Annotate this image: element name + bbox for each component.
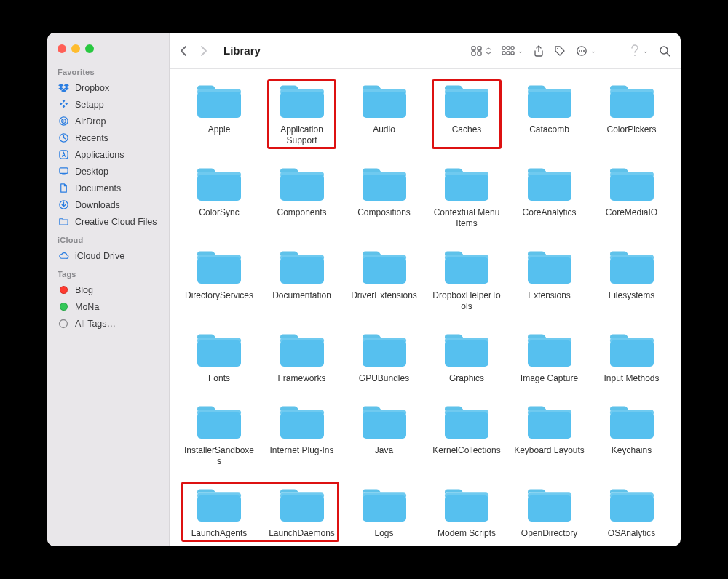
folder-item[interactable]: Documentation <box>266 245 338 312</box>
svg-rect-52 <box>280 257 324 284</box>
svg-rect-74 <box>197 412 241 439</box>
svg-rect-17 <box>511 52 514 55</box>
svg-rect-12 <box>502 47 505 49</box>
close-window-button[interactable] <box>58 44 66 53</box>
folder-icon <box>277 248 327 286</box>
minimize-window-button[interactable] <box>71 44 80 53</box>
view-icons-button[interactable] <box>471 46 491 56</box>
sidebar-item-recents[interactable]: Recents <box>47 129 169 146</box>
folder-item[interactable]: OpenDirectory <box>513 483 585 539</box>
sidebar-item-dropbox[interactable]: Dropbox <box>47 79 169 96</box>
down-icon <box>58 199 69 211</box>
folder-item[interactable]: Java <box>348 400 420 467</box>
svg-rect-16 <box>507 52 510 55</box>
svg-rect-56 <box>445 257 488 284</box>
folder-item[interactable]: Filesystems <box>596 245 668 312</box>
folder-item[interactable]: Extensions <box>513 245 585 312</box>
folder-icon <box>277 403 327 441</box>
sidebar-item-label: Recents <box>75 133 108 143</box>
folder-item[interactable]: LaunchAgents <box>183 483 256 539</box>
folder-item[interactable]: Fonts <box>183 328 256 384</box>
folder-item[interactable]: Keychains <box>596 400 668 467</box>
folder-item[interactable]: DirectoryServices <box>183 245 256 312</box>
sidebar-item-label: Applications <box>75 150 124 160</box>
tags-button[interactable] <box>554 45 566 57</box>
sidebar-item-mona[interactable]: MoNa <box>47 298 169 315</box>
folder-item[interactable]: Catacomb <box>513 79 585 146</box>
folder-item[interactable]: Components <box>266 162 338 229</box>
folder-label: Filesystems <box>609 290 654 301</box>
sidebar-item-label: Dropbox <box>75 83 109 93</box>
folder-item[interactable]: Application Support <box>266 79 338 146</box>
svg-rect-62 <box>197 340 241 367</box>
folder-item[interactable]: Audio <box>348 79 420 146</box>
folder-item[interactable]: Contextual Menu Items <box>430 162 503 229</box>
svg-rect-13 <box>507 47 510 49</box>
finder-window: Favorites DropboxSetappAirDropRecentsApp… <box>47 33 681 546</box>
folder-item[interactable]: ColorSync <box>183 162 256 229</box>
actions-button[interactable]: ⌄ <box>576 45 596 57</box>
svg-point-18 <box>557 48 558 49</box>
sidebar-item-label: Creative Cloud Files <box>75 217 157 227</box>
folder-item[interactable]: InstallerSandboxes <box>183 400 256 467</box>
folder-item[interactable]: CoreAnalytics <box>513 162 585 229</box>
folder-item[interactable]: OSAnalytics <box>596 483 668 539</box>
folder-item[interactable]: DriverExtensions <box>348 245 420 312</box>
folder-icon <box>194 331 244 369</box>
group-by-button[interactable]: ⌄ <box>502 46 523 56</box>
folder-item[interactable]: GPUBundles <box>348 328 420 384</box>
share-button[interactable] <box>534 45 544 57</box>
forward-button[interactable] <box>196 43 212 59</box>
folder-item[interactable]: Internet Plug-Ins <box>266 400 338 467</box>
folder-item[interactable]: Logs <box>348 483 420 539</box>
folder-item[interactable]: ColorPickers <box>596 79 668 146</box>
folder-item[interactable]: LaunchDaemons <box>266 483 338 539</box>
sidebar-item-setapp[interactable]: Setapp <box>47 96 169 113</box>
folder-label: DirectoryServices <box>185 290 253 301</box>
sidebar-item-desktop[interactable]: Desktop <box>47 163 169 180</box>
folder-item[interactable]: Keyboard Layouts <box>513 400 585 467</box>
sidebar-item-documents[interactable]: Documents <box>47 180 169 196</box>
sidebar-item-creative-cloud-files[interactable]: Creative Cloud Files <box>47 213 169 230</box>
folder-icon <box>525 82 574 120</box>
folder-item[interactable]: Compositions <box>348 162 420 229</box>
search-button[interactable] <box>659 45 670 57</box>
sidebar-item-all-tags-[interactable]: All Tags… <box>47 315 169 332</box>
help-button[interactable]: ⌄ <box>630 44 649 57</box>
folder-item[interactable]: Modem Scripts <box>430 483 503 539</box>
folder-item[interactable]: Caches <box>430 79 503 146</box>
folder-label: Keyboard Layouts <box>514 445 585 456</box>
svg-rect-28 <box>280 92 324 118</box>
svg-rect-76 <box>280 412 324 439</box>
folder-icon <box>607 331 657 369</box>
sidebar-item-icloud-drive[interactable]: iCloud Drive <box>47 247 169 264</box>
desktop-icon <box>58 166 69 177</box>
sidebar-item-airdrop[interactable]: AirDrop <box>47 113 169 129</box>
folder-item[interactable]: DropboxHelperTools <box>430 245 503 312</box>
folder-item[interactable]: Apple <box>183 79 256 146</box>
folder-label: OSAnalytics <box>608 528 655 539</box>
back-button[interactable] <box>175 43 191 59</box>
sidebar-item-downloads[interactable]: Downloads <box>47 196 169 213</box>
folder-item[interactable]: KernelCollections <box>430 400 503 467</box>
sidebar-item-blog[interactable]: Blog <box>47 281 169 298</box>
folder-label: Audio <box>373 124 395 135</box>
folder-icon <box>277 486 327 524</box>
folder-item[interactable]: Frameworks <box>266 328 338 384</box>
folder-label: Fonts <box>208 373 230 384</box>
sidebar-item-applications[interactable]: Applications <box>47 146 169 163</box>
folder-label: LaunchDaemons <box>269 528 335 539</box>
folder-label: Frameworks <box>277 373 325 384</box>
sidebar-item-label: MoNa <box>75 302 99 312</box>
folder-item[interactable]: Image Capture <box>513 328 585 384</box>
svg-rect-32 <box>445 92 488 118</box>
folder-icon <box>360 331 409 369</box>
svg-rect-58 <box>528 257 571 284</box>
svg-rect-88 <box>280 495 324 522</box>
folder-item[interactable]: Input Methods <box>596 328 668 384</box>
folder-item[interactable]: CoreMediaIO <box>596 162 668 229</box>
folder-icon <box>360 82 409 120</box>
folder-item[interactable]: Graphics <box>430 328 503 384</box>
content-area[interactable]: Apple Application Support Audio Caches C… <box>170 69 681 546</box>
zoom-window-button[interactable] <box>85 44 94 53</box>
